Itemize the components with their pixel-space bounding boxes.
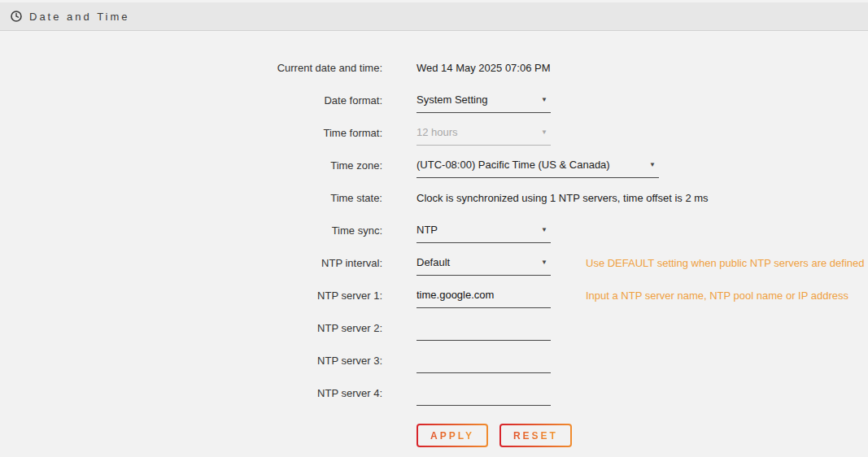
time-state-label: Time state: — [0, 192, 382, 204]
apply-button-label: APPLY — [430, 430, 474, 442]
current-datetime-label: Current date and time: — [0, 62, 382, 74]
time-sync-select[interactable]: NTP ▼ — [417, 218, 551, 243]
ntp-interval-hint: Use DEFAULT setting when public NTP serv… — [586, 257, 865, 269]
row-current-datetime: Current date and time: Wed 14 May 2025 0… — [0, 51, 868, 84]
date-format-select[interactable]: System Setting ▼ — [417, 88, 551, 113]
ntp-server-1-label: NTP server 1: — [0, 289, 382, 302]
row-time-state: Time state: Clock is synchronized using … — [0, 181, 868, 214]
row-date-format: Date format: System Setting ▼ — [0, 84, 868, 116]
time-format-select: 12 hours ▼ — [417, 120, 551, 146]
caret-down-icon: ▼ — [541, 128, 547, 136]
time-zone-label: Time zone: — [0, 159, 382, 172]
ntp-server-1-input[interactable] — [417, 283, 551, 308]
row-ntp-server-4: NTP server 4: — [0, 376, 868, 409]
clock-icon — [11, 11, 22, 22]
ntp-server-1-hint: Input a NTP server name, NTP pool name o… — [586, 289, 848, 302]
ntp-interval-label: NTP interval: — [0, 257, 382, 269]
time-zone-select-value: (UTC-08:00) Pacific Time (US & Canada) — [417, 159, 610, 171]
time-sync-label: Time sync: — [0, 224, 382, 237]
row-ntp-server-1: NTP server 1: Input a NTP server name, N… — [0, 279, 868, 311]
datetime-form: Current date and time: Wed 14 May 2025 0… — [0, 31, 868, 447]
date-format-select-value: System Setting — [417, 94, 487, 106]
ntp-server-2-input[interactable] — [417, 316, 551, 341]
time-zone-select[interactable]: (UTC-08:00) Pacific Time (US & Canada) ▼ — [417, 153, 659, 178]
caret-down-icon: ▼ — [541, 96, 547, 103]
row-ntp-interval: NTP interval: Default ▼ Use DEFAULT sett… — [0, 246, 868, 279]
reset-button-label: RESET — [513, 430, 558, 442]
date-format-label: Date format: — [0, 94, 382, 107]
reset-button[interactable]: RESET — [499, 424, 572, 447]
row-ntp-server-3: NTP server 3: — [0, 344, 868, 376]
ntp-interval-select-value: Default — [417, 256, 450, 268]
row-ntp-server-2: NTP server 2: — [0, 311, 868, 344]
caret-down-icon: ▼ — [649, 161, 656, 168]
time-format-label: Time format: — [0, 127, 382, 139]
caret-down-icon: ▼ — [541, 259, 547, 266]
ntp-interval-select[interactable]: Default ▼ — [417, 250, 551, 276]
ntp-server-2-label: NTP server 2: — [0, 322, 382, 334]
row-time-format: Time format: 12 hours ▼ — [0, 116, 868, 149]
row-time-sync: Time sync: NTP ▼ — [0, 214, 868, 246]
ntp-server-3-input[interactable] — [417, 348, 551, 373]
page-title: Date and Time — [29, 11, 130, 23]
section-header: Date and Time — [0, 2, 868, 31]
apply-button[interactable]: APPLY — [417, 424, 488, 447]
ntp-server-4-label: NTP server 4: — [0, 387, 382, 399]
ntp-server-3-label: NTP server 3: — [0, 355, 382, 367]
ntp-server-4-input[interactable] — [417, 381, 551, 406]
caret-down-icon: ▼ — [541, 226, 547, 233]
time-sync-select-value: NTP — [417, 224, 438, 236]
time-state-value: Clock is synchronized using 1 NTP server… — [417, 192, 709, 204]
time-format-select-value: 12 hours — [417, 126, 458, 138]
row-time-zone: Time zone: (UTC-08:00) Pacific Time (US … — [0, 149, 868, 181]
action-buttons: APPLY RESET — [417, 424, 868, 447]
current-datetime-value: Wed 14 May 2025 07:06 PM — [417, 62, 551, 74]
